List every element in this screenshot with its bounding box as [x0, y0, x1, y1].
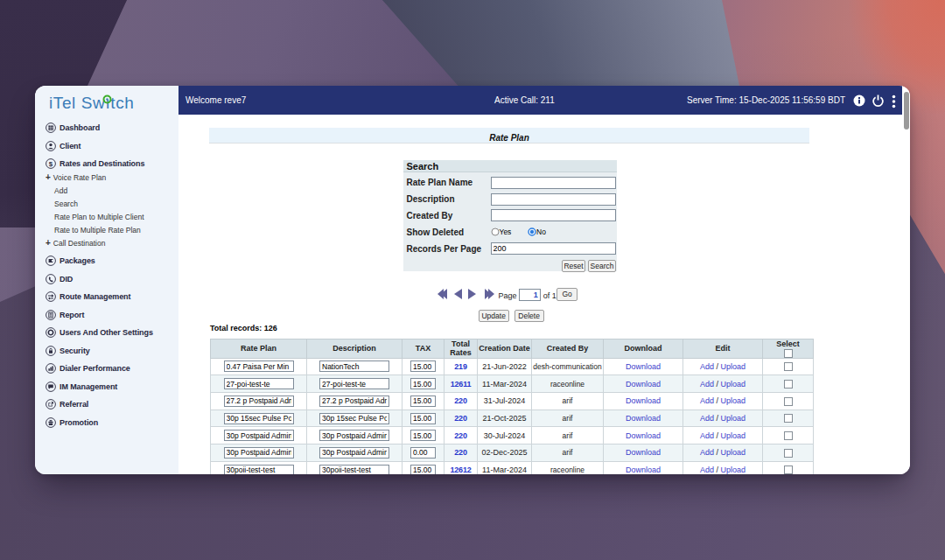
svg-text:$: $ — [49, 159, 53, 167]
